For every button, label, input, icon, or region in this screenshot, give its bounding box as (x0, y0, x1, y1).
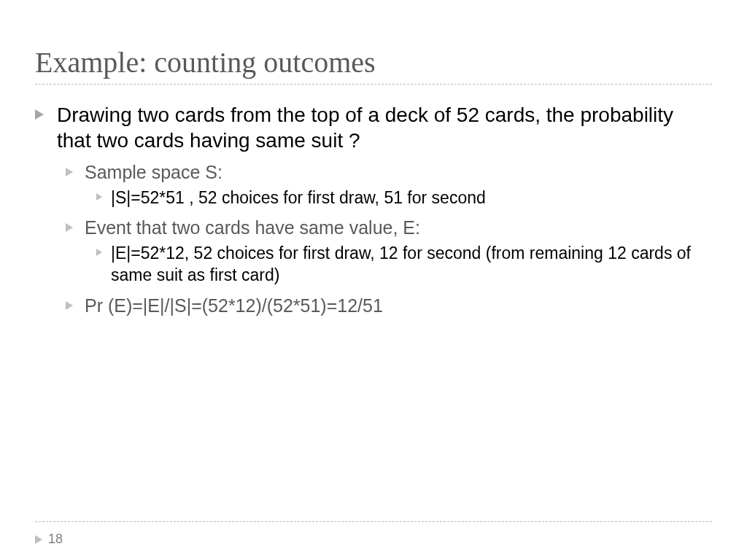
triangle-bullet-icon (66, 301, 73, 310)
page-number-region: 18 (35, 532, 63, 547)
bullet-level-2: Event that two cards have same value, E: (35, 216, 712, 240)
bullet-level-2: Pr (E)=|E|/|S|=(52*12)/(52*51)=12/51 (35, 294, 712, 318)
triangle-bullet-icon (35, 535, 42, 544)
sample-space-detail: |S|=52*51 , 52 choices for first draw, 5… (111, 187, 486, 209)
triangle-bullet-icon (35, 109, 44, 120)
slide-body: Drawing two cards from the top of a deck… (35, 102, 712, 320)
event-detail: |E|=52*12, 52 choices for first draw, 12… (111, 243, 712, 287)
triangle-bullet-icon (96, 249, 102, 256)
footer-divider (35, 521, 712, 522)
probability-result: Pr (E)=|E|/|S|=(52*12)/(52*51)=12/51 (85, 294, 383, 318)
triangle-bullet-icon (66, 223, 73, 232)
bullet-level-3: |S|=52*51 , 52 choices for first draw, 5… (35, 187, 712, 209)
bullet-level-2: Sample space S: (35, 160, 712, 184)
sample-space-label: Sample space S: (85, 160, 222, 184)
slide-title: Example: counting outcomes (35, 45, 712, 85)
triangle-bullet-icon (66, 168, 73, 176)
bullet-level-1: Drawing two cards from the top of a deck… (35, 102, 712, 153)
slide: Example: counting outcomes Drawing two c… (0, 0, 747, 560)
triangle-bullet-icon (96, 193, 102, 201)
main-point-text: Drawing two cards from the top of a deck… (57, 102, 712, 153)
event-label: Event that two cards have same value, E: (85, 216, 420, 240)
page-number: 18 (48, 532, 63, 547)
bullet-level-3: |E|=52*12, 52 choices for first draw, 12… (35, 243, 712, 287)
